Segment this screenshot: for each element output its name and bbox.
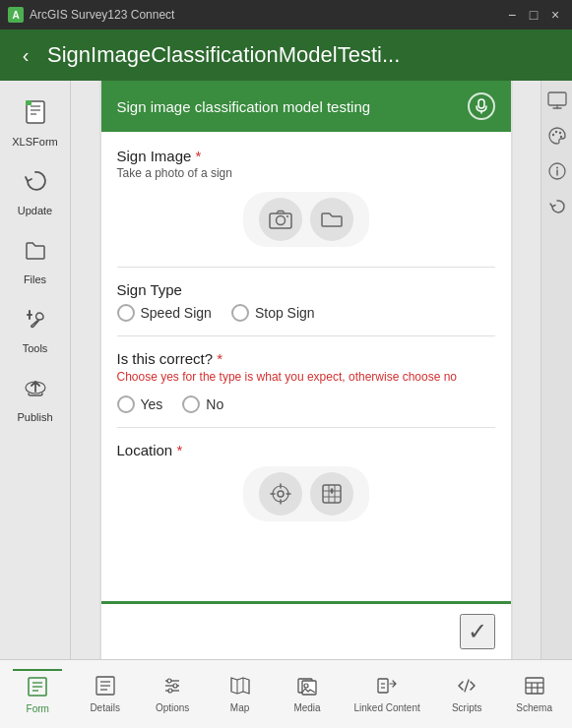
map-tab-icon bbox=[229, 676, 251, 700]
info-button[interactable] bbox=[545, 159, 569, 183]
submit-button[interactable]: ✓ bbox=[460, 614, 495, 649]
mic-icon[interactable] bbox=[468, 92, 495, 120]
scripts-tab-icon bbox=[456, 676, 477, 700]
is-correct-label: Is this correct? * bbox=[117, 350, 495, 367]
no-option[interactable]: No bbox=[182, 395, 223, 413]
sign-type-label: Sign Type bbox=[117, 281, 495, 298]
minimize-button[interactable]: − bbox=[503, 6, 521, 24]
media-tab-label: Media bbox=[293, 702, 320, 713]
tab-scripts[interactable]: Scripts bbox=[442, 670, 491, 719]
maximize-button[interactable]: □ bbox=[525, 6, 542, 24]
yes-option[interactable]: Yes bbox=[117, 395, 163, 413]
tab-options[interactable]: Options bbox=[148, 670, 197, 719]
svg-point-11 bbox=[278, 491, 284, 497]
location-field: Location * bbox=[117, 427, 495, 521]
details-tab-icon bbox=[95, 676, 116, 700]
options-tab-label: Options bbox=[156, 702, 189, 713]
monitor-button[interactable] bbox=[545, 89, 569, 112]
gps-button[interactable] bbox=[259, 472, 302, 516]
no-label: No bbox=[206, 396, 223, 412]
is-correct-required: * bbox=[217, 350, 222, 367]
sign-type-field: Sign Type Speed Sign Stop Sign bbox=[117, 267, 495, 322]
svg-marker-42 bbox=[231, 678, 249, 694]
svg-point-10 bbox=[286, 215, 288, 217]
media-tab-icon bbox=[296, 676, 318, 700]
content-area: Sign image classification model testing … bbox=[71, 81, 540, 659]
is-correct-options: Yes No bbox=[117, 395, 495, 413]
palette-button[interactable] bbox=[545, 124, 569, 148]
sidebar-item-xlsform[interactable]: XLSForm bbox=[0, 89, 70, 157]
xlsform-label: XLSForm bbox=[12, 136, 57, 148]
tab-linked-content[interactable]: Linked Content bbox=[350, 670, 423, 719]
title-bar: A ArcGIS Survey123 Connect − □ × bbox=[0, 0, 572, 30]
svg-rect-6 bbox=[478, 99, 484, 108]
update-label: Update bbox=[18, 205, 52, 216]
tab-form[interactable]: Form bbox=[13, 669, 62, 720]
sidebar-item-publish[interactable]: Publish bbox=[0, 364, 70, 433]
sidebar-item-files[interactable]: Files bbox=[0, 226, 70, 295]
back-button[interactable]: ‹ bbox=[12, 41, 39, 69]
image-capture-buttons bbox=[243, 192, 369, 247]
title-bar-left: A ArcGIS Survey123 Connect bbox=[8, 7, 174, 23]
svg-line-51 bbox=[465, 680, 469, 692]
page-title: SignImageClassificationModelTesti... bbox=[47, 42, 560, 68]
sidebar-item-tools[interactable]: Tools bbox=[0, 295, 70, 364]
close-button[interactable]: × bbox=[546, 6, 564, 24]
sign-image-label: Sign Image * bbox=[117, 148, 495, 164]
sign-image-hint: Take a photo of a sign bbox=[117, 166, 495, 180]
options-tab-icon bbox=[161, 676, 183, 700]
linked-content-tab-icon bbox=[376, 676, 398, 700]
stop-sign-option[interactable]: Stop Sign bbox=[231, 304, 315, 322]
app-name: ArcGIS Survey123 Connect bbox=[30, 8, 174, 22]
check-icon: ✓ bbox=[468, 618, 487, 645]
sidebar: XLSForm Update Files bbox=[0, 81, 71, 659]
location-buttons bbox=[243, 466, 369, 521]
form-tab-label: Form bbox=[27, 703, 49, 714]
speed-sign-label: Speed Sign bbox=[141, 305, 212, 321]
no-radio[interactable] bbox=[182, 395, 200, 413]
tab-media[interactable]: Media bbox=[283, 670, 332, 719]
survey-header: Sign image classification model testing bbox=[101, 81, 511, 132]
speed-sign-option[interactable]: Speed Sign bbox=[117, 304, 212, 322]
bottom-tab-bar: Form Details Options bbox=[0, 659, 572, 728]
svg-point-27 bbox=[556, 167, 558, 169]
survey-title: Sign image classification model testing bbox=[117, 98, 371, 115]
scripts-tab-label: Scripts bbox=[452, 702, 482, 713]
map-tab-label: Map bbox=[230, 702, 249, 713]
refresh-button[interactable] bbox=[545, 195, 569, 218]
publish-icon bbox=[22, 374, 49, 407]
details-tab-label: Details bbox=[90, 702, 120, 713]
map-button[interactable] bbox=[310, 472, 353, 516]
svg-point-40 bbox=[173, 684, 177, 688]
survey-content: Sign Image * Take a photo of a sign bbox=[101, 132, 511, 601]
files-label: Files bbox=[24, 273, 46, 285]
svg-rect-4 bbox=[26, 100, 32, 105]
sidebar-item-update[interactable]: Update bbox=[0, 157, 70, 226]
sign-image-field: Sign Image * Take a photo of a sign bbox=[117, 148, 495, 247]
right-strip bbox=[540, 81, 572, 659]
sign-type-options: Speed Sign Stop Sign bbox=[117, 304, 495, 322]
survey-footer: ✓ bbox=[101, 601, 511, 659]
speed-sign-radio[interactable] bbox=[117, 304, 135, 322]
svg-point-23 bbox=[558, 132, 560, 134]
update-icon bbox=[22, 167, 49, 201]
svg-point-22 bbox=[554, 131, 556, 133]
sign-image-required: * bbox=[196, 148, 202, 164]
tab-schema[interactable]: Schema bbox=[510, 670, 559, 719]
form-tab-icon bbox=[27, 677, 48, 701]
svg-point-21 bbox=[551, 134, 553, 136]
main-layout: XLSForm Update Files bbox=[0, 81, 572, 659]
svg-rect-18 bbox=[548, 92, 566, 105]
svg-point-41 bbox=[168, 689, 172, 693]
app-icon: A bbox=[8, 7, 24, 23]
stop-sign-radio[interactable] bbox=[231, 304, 249, 322]
tab-details[interactable]: Details bbox=[81, 670, 130, 719]
survey-card: Sign image classification model testing … bbox=[99, 81, 513, 659]
svg-point-24 bbox=[559, 136, 561, 138]
yes-radio[interactable] bbox=[117, 395, 135, 413]
folder-button[interactable] bbox=[310, 198, 353, 241]
yes-label: Yes bbox=[141, 396, 163, 412]
tab-map[interactable]: Map bbox=[216, 670, 265, 719]
camera-button[interactable] bbox=[259, 198, 302, 241]
svg-rect-48 bbox=[378, 679, 388, 693]
